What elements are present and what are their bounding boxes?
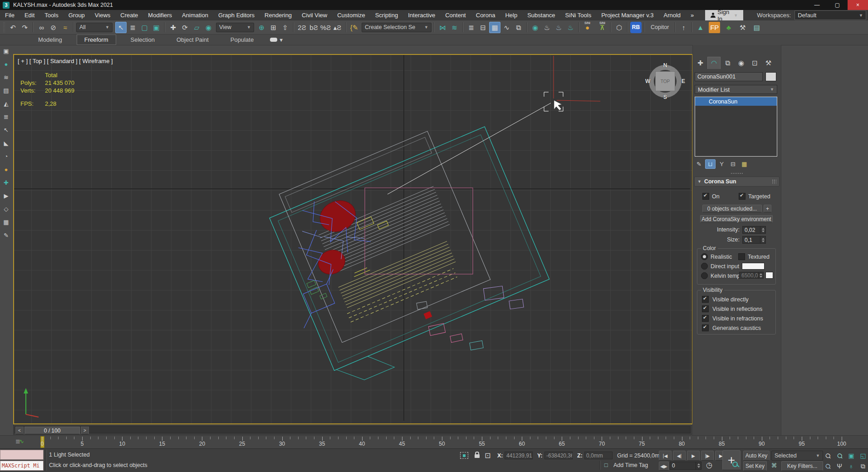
- named-selection-sets-dropdown[interactable]: Create Selection Se▼: [362, 23, 432, 32]
- menu-item[interactable]: Views: [90, 10, 115, 20]
- zoom-extents-all-icon[interactable]: ◱: [858, 451, 868, 461]
- ribbon-tab[interactable]: Selection: [123, 35, 162, 44]
- spinner[interactable]: [760, 236, 765, 243]
- redo-icon[interactable]: ↷: [19, 22, 30, 33]
- select-by-name-icon[interactable]: ≣: [127, 22, 138, 33]
- auto-key-button[interactable]: Auto Key: [743, 451, 770, 461]
- keyboard-shortcut-override-icon[interactable]: ⇧: [280, 22, 291, 33]
- remove-modifier-icon[interactable]: ⊟: [728, 159, 738, 169]
- toggle-ribbon-icon[interactable]: ▦: [489, 22, 500, 33]
- hierarchy-tab-icon[interactable]: ⧉: [721, 57, 734, 69]
- make-unique-icon[interactable]: Y: [716, 159, 727, 169]
- edit-named-selection-sets-icon[interactable]: {✎: [348, 22, 360, 33]
- forest-tree-icon[interactable]: ▲: [695, 22, 706, 33]
- y-coordinate-field[interactable]: -638420,36: [544, 452, 573, 459]
- on-checkbox[interactable]: [702, 193, 709, 200]
- create-tab-icon[interactable]: ✚: [694, 57, 707, 69]
- add-time-tag[interactable]: Add Time Tag: [613, 462, 648, 468]
- zoom-all-icon[interactable]: Ϙ: [834, 451, 845, 461]
- menu-item[interactable]: Civil View: [297, 10, 332, 20]
- menu-item[interactable]: Substance: [522, 10, 560, 20]
- sini-scatter-icon[interactable]: SiNi●: [582, 22, 593, 33]
- selection-arrow-icon[interactable]: ↑: [678, 22, 689, 33]
- visibility-option[interactable]: Visible directly: [702, 296, 763, 303]
- mini-curve-editor-icon[interactable]: ≣∿: [15, 438, 24, 445]
- object-name-field[interactable]: CoronaSun001: [695, 72, 763, 81]
- visibility-checkbox[interactable]: [702, 324, 709, 331]
- show-end-result-icon[interactable]: ⊔: [705, 159, 716, 169]
- material-editor-icon[interactable]: ◉: [530, 22, 541, 33]
- menu-item[interactable]: Content: [440, 10, 471, 20]
- si-sheet-icon[interactable]: ▤: [2, 86, 10, 94]
- size-field[interactable]: 0,1: [742, 236, 766, 244]
- configure-modifier-sets-icon[interactable]: ▦: [739, 159, 750, 169]
- zoom-extents-icon[interactable]: ▣: [846, 451, 857, 461]
- realistic-radio[interactable]: [701, 253, 708, 260]
- menu-item[interactable]: File: [0, 10, 20, 20]
- si-wedge-icon[interactable]: ◣: [2, 139, 10, 147]
- orbit-icon[interactable]: ♁: [846, 461, 857, 471]
- si-ball-icon[interactable]: ●: [2, 165, 10, 173]
- toggle-layer-explorer-icon[interactable]: ⊟: [477, 22, 489, 33]
- object-color-swatch[interactable]: [765, 72, 776, 81]
- viewport-label[interactable]: [ + ] [ Top ] [ Standard ] [ Wireframe ]: [18, 58, 113, 64]
- compass-east[interactable]: E: [682, 78, 685, 84]
- si-play-icon[interactable]: ▶: [2, 192, 10, 200]
- panel-grip[interactable]: [731, 172, 743, 174]
- reference-coordinate-system-dropdown[interactable]: View▼: [216, 23, 254, 32]
- forest-pack-icon[interactable]: FP: [709, 22, 720, 33]
- modifier-list-dropdown[interactable]: Modifier List ▼: [695, 85, 777, 94]
- menu-item[interactable]: Create: [115, 10, 143, 20]
- select-and-scale-icon[interactable]: ▱: [191, 22, 202, 33]
- zoom-region-icon[interactable]: Ϙ: [822, 461, 833, 471]
- z-coordinate-field[interactable]: 0,0mm: [584, 452, 613, 459]
- kelvin-temp-field[interactable]: 6500,0: [739, 272, 764, 279]
- close-button[interactable]: ×: [848, 0, 868, 10]
- schematic-view-icon[interactable]: ⧉: [513, 22, 524, 33]
- menu-item[interactable]: Graph Editors: [213, 10, 260, 20]
- modifier-stack-item[interactable]: CoronaSun: [695, 97, 777, 106]
- green-trees-icon[interactable]: ♣: [723, 22, 734, 33]
- time-configuration-icon[interactable]: ◷: [706, 461, 712, 469]
- selection-lock-icon[interactable]: [475, 454, 480, 458]
- window-crossing-icon[interactable]: ▣: [151, 22, 162, 33]
- exclude-add-button[interactable]: +: [764, 205, 771, 212]
- app-icon[interactable]: 3: [3, 2, 10, 9]
- pan-icon[interactable]: Ψ: [834, 461, 845, 471]
- absolute-offset-icon[interactable]: ⊡: [485, 451, 490, 460]
- menu-item[interactable]: Customize: [332, 10, 370, 20]
- kelvin-color-swatch[interactable]: [765, 272, 773, 279]
- next-frame-button[interactable]: |▶: [701, 451, 714, 461]
- menu-item[interactable]: Tools: [39, 10, 63, 20]
- select-and-place-icon[interactable]: ◉: [203, 22, 214, 33]
- select-and-rotate-icon[interactable]: ⟳: [179, 22, 191, 33]
- kelvin-temp-radio[interactable]: [701, 272, 708, 279]
- time-slider-handle[interactable]: 0 / 100: [25, 427, 80, 434]
- si-prism-icon[interactable]: ◭: [2, 99, 10, 108]
- si-move-icon[interactable]: ✚: [2, 178, 10, 187]
- menu-item[interactable]: SiNi Tools: [560, 10, 597, 20]
- viewport[interactable]: [ + ] [ Top ] [ Standard ] [ Wireframe ]…: [14, 55, 692, 423]
- menu-item[interactable]: Edit: [20, 10, 39, 20]
- menu-item[interactable]: Help: [500, 10, 522, 20]
- si-gauge-icon[interactable]: ◔: [2, 152, 10, 160]
- utilities-tab-icon[interactable]: ⚒: [762, 57, 775, 69]
- keyable-icon[interactable]: ⌘: [771, 462, 777, 469]
- time-slider-groove[interactable]: [15, 426, 691, 433]
- menu-item[interactable]: Corona: [471, 10, 500, 20]
- si-diamond-icon[interactable]: ◇: [2, 205, 10, 213]
- pin-stack-icon[interactable]: ✎: [694, 159, 704, 169]
- rollout-header[interactable]: ▼ Corona Sun: [694, 177, 780, 187]
- compass-west[interactable]: W: [645, 78, 650, 84]
- spinner-snap-icon[interactable]: ▴Ƨ: [332, 22, 343, 33]
- percent-snap-icon[interactable]: %Ƨ: [320, 22, 331, 33]
- align-icon[interactable]: ≋: [449, 22, 460, 33]
- modify-tab-icon[interactable]: ◠: [707, 57, 721, 69]
- si-list-icon[interactable]: ≣: [2, 113, 10, 121]
- maxscript-listener[interactable]: MAXScript Mi: [0, 461, 44, 471]
- curve-editor-icon[interactable]: ∿: [501, 22, 512, 33]
- previous-frame-arrow[interactable]: <: [15, 427, 24, 434]
- x-coordinate-field[interactable]: 441239,91: [505, 452, 533, 459]
- maximize-viewport-icon[interactable]: ⧉: [858, 461, 868, 471]
- motion-tab-icon[interactable]: ◉: [735, 57, 748, 69]
